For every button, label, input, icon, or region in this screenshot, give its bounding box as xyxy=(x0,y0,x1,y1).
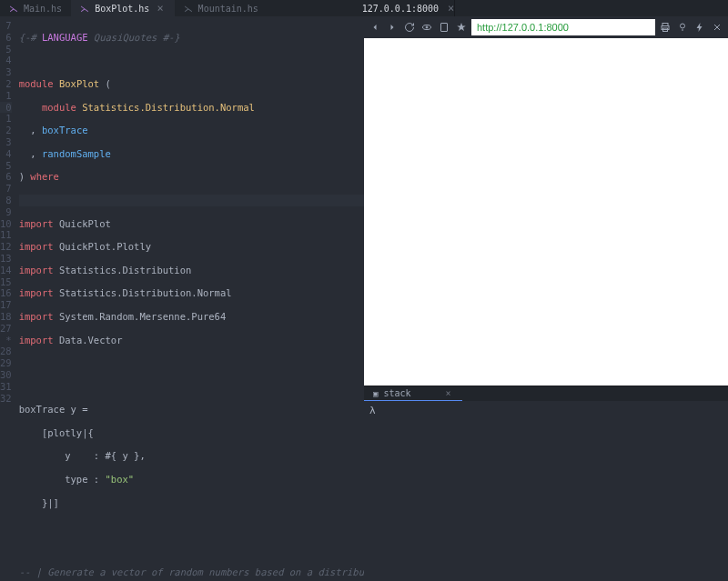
line-gutter: 7654321012345678910111213141516171827*28… xyxy=(0,16,19,581)
editor-body[interactable]: 7654321012345678910111213141516171827*28… xyxy=(0,16,364,581)
terminal-tab[interactable]: ▣ stack × xyxy=(364,386,462,401)
reload-icon[interactable] xyxy=(402,20,417,35)
url-input[interactable] xyxy=(471,19,655,35)
back-icon[interactable] xyxy=(368,20,382,35)
tab-label: stack xyxy=(383,388,410,398)
file-icon[interactable] xyxy=(437,20,451,35)
svg-point-6 xyxy=(681,24,685,28)
editor-tab-mountain[interactable]: ⋋ Mountain.hs xyxy=(175,0,268,16)
haskell-icon: ⋋ xyxy=(184,4,193,14)
close-icon[interactable]: × xyxy=(155,2,165,15)
tab-label: Main.hs xyxy=(24,4,62,14)
tab-label: Mountain.hs xyxy=(198,4,258,14)
browser-tabbar: 127.0.0.1:8000 × xyxy=(364,0,728,16)
browser-tab[interactable]: 127.0.0.1:8000 × xyxy=(364,0,455,16)
right-pane: 127.0.0.1:8000 × ▣ stack × xyxy=(364,0,728,581)
eye-icon[interactable] xyxy=(420,20,434,35)
tools-icon[interactable] xyxy=(710,20,724,35)
terminal-pane: ▣ stack × λ xyxy=(364,386,728,581)
terminal-prompt: λ xyxy=(369,405,376,416)
tab-label: 127.0.0.1:8000 xyxy=(362,4,439,14)
editor-tabs: ⋋ Main.hs ⋋ BoxPlot.hs × ⋋ Mountain.hs xyxy=(0,0,364,16)
bolt-icon[interactable] xyxy=(693,20,707,35)
browser-viewport[interactable] xyxy=(364,38,728,386)
editor-tab-boxplot[interactable]: ⋋ BoxPlot.hs × xyxy=(71,0,174,16)
terminal-body[interactable]: λ xyxy=(364,401,728,581)
tab-label: BoxPlot.hs xyxy=(95,4,149,14)
close-icon[interactable]: × xyxy=(444,388,453,398)
star-icon[interactable] xyxy=(454,20,469,35)
bulb-icon[interactable] xyxy=(675,20,690,35)
terminal-icon: ▣ xyxy=(373,389,378,398)
browser-toolbar xyxy=(364,16,728,38)
print-icon[interactable] xyxy=(658,20,672,35)
svg-rect-2 xyxy=(441,24,448,32)
terminal-tabbar: ▣ stack × xyxy=(364,386,728,401)
editor-tab-main[interactable]: ⋋ Main.hs xyxy=(0,0,71,16)
code-area[interactable]: {-# LANGUAGE QuasiQuotes #-} module BoxP… xyxy=(19,16,364,581)
haskell-icon: ⋋ xyxy=(9,4,18,14)
svg-point-1 xyxy=(426,26,428,28)
haskell-icon: ⋋ xyxy=(80,4,89,14)
close-icon[interactable]: × xyxy=(446,2,456,15)
app-root: ⋋ Main.hs ⋋ BoxPlot.hs × ⋋ Mountain.hs 7… xyxy=(0,0,728,581)
editor-pane: ⋋ Main.hs ⋋ BoxPlot.hs × ⋋ Mountain.hs 7… xyxy=(0,0,364,581)
forward-icon[interactable] xyxy=(385,20,399,35)
